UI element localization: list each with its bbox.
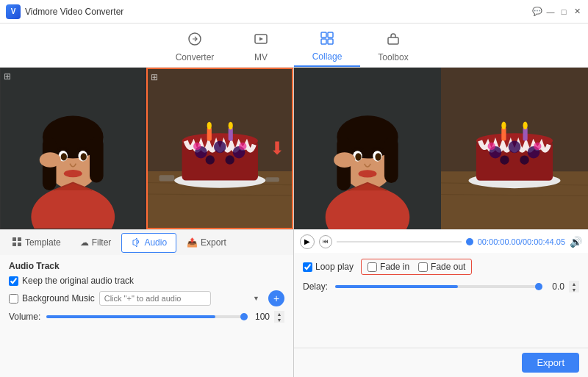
person-video-left [1, 68, 146, 229]
bg-music-row: Background Music + [9, 290, 284, 306]
time-display: 00:00:00.00/00:00:44.05 [478, 237, 565, 246]
collage-icon [320, 31, 334, 49]
tab-template[interactable]: Template [3, 234, 70, 252]
mv-label: MV [254, 52, 268, 62]
preview-cell-right [441, 68, 588, 229]
chat-icon[interactable]: 💬 [532, 7, 542, 17]
arrow-indicator: ⬇ [270, 138, 284, 159]
maximize-icon[interactable]: □ [559, 7, 569, 17]
svg-rect-42 [12, 243, 16, 246]
svg-point-36 [207, 122, 211, 129]
app-title: Vidmore Video Converter [25, 7, 123, 17]
preview-cell-left [294, 68, 441, 229]
svg-point-73 [501, 122, 506, 129]
svg-point-17 [81, 153, 87, 160]
svg-point-68 [520, 155, 529, 165]
right-panel: ▶ ⏮ 00:00:00.00/00:00:44.05 🔊 Loop play [294, 68, 588, 377]
bg-music-checkbox-label[interactable]: Background Music [9, 293, 95, 304]
titlebar-left: V Vidmore Video Converter [6, 4, 123, 19]
toolbar-tabs: Template ☁ Filter Audio 📤 Export [0, 229, 293, 255]
volume-down[interactable]: ▼ [274, 317, 284, 323]
mv-icon [254, 32, 268, 50]
volume-up[interactable]: ▲ [274, 311, 284, 317]
tab-converter[interactable]: Converter [162, 26, 228, 67]
export-button[interactable]: Export [522, 353, 579, 373]
delay-spinner[interactable]: ▲ ▼ [569, 281, 579, 292]
loop-fade-row: Loop play Fade in Fade out [303, 259, 579, 275]
tab-export[interactable]: 📤 Export [178, 234, 235, 251]
preview-cake [441, 68, 588, 229]
svg-point-65 [509, 141, 521, 154]
keep-original-row: Keep the original audio track [9, 276, 284, 286]
collage-area: ⊞ [0, 68, 293, 229]
add-audio-button[interactable]: + [268, 290, 284, 306]
bottom-bar: Export [294, 348, 588, 377]
collage-cell-left[interactable]: ⊞ [0, 68, 146, 229]
progress-bar[interactable] [337, 241, 462, 243]
delay-label: Delay: [303, 281, 331, 292]
volume-thumb[interactable] [240, 313, 248, 320]
fade-in-checkbox[interactable] [368, 262, 377, 272]
svg-rect-43 [18, 243, 21, 246]
audio-label: Audio [144, 237, 167, 248]
svg-point-53 [355, 153, 361, 160]
svg-rect-6 [388, 37, 398, 44]
filter-label: Filter [92, 237, 112, 248]
svg-rect-50 [384, 137, 398, 183]
volume-slider[interactable] [46, 315, 245, 318]
delay-thumb[interactable] [535, 283, 542, 290]
section-title: Audio Track [9, 261, 284, 271]
volume-value: 100 [249, 312, 270, 322]
bg-music-input[interactable] [99, 291, 211, 306]
delay-up[interactable]: ▲ [569, 281, 579, 287]
svg-point-55 [359, 170, 377, 177]
window-controls[interactable]: 💬 — □ ✕ [532, 7, 582, 17]
progress-dot[interactable] [466, 238, 473, 245]
grid-icon-left: ⊞ [4, 71, 11, 82]
bg-music-checkbox[interactable] [9, 294, 18, 304]
template-icon [12, 237, 22, 249]
loop-play-checkbox[interactable] [303, 262, 312, 272]
preview-person [294, 68, 441, 229]
delay-slider[interactable] [335, 285, 539, 288]
prev-button[interactable]: ⏮ [319, 235, 332, 248]
volume-icon[interactable]: 🔊 [570, 236, 582, 248]
svg-point-18 [64, 170, 82, 177]
collage-label: Collage [312, 51, 343, 62]
svg-point-30 [205, 155, 214, 164]
toolbox-icon [386, 32, 401, 50]
tab-filter[interactable]: ☁ Filter [71, 234, 121, 251]
svg-point-69 [488, 143, 495, 150]
export-icon: 📤 [187, 237, 198, 248]
minimize-icon[interactable]: — [545, 7, 556, 17]
fade-out-label: Fade out [431, 262, 465, 272]
svg-rect-41 [18, 237, 21, 241]
keep-original-label[interactable]: Keep the original audio track [9, 276, 134, 286]
app-logo: V [6, 4, 21, 19]
grid-icon-right: ⊞ [151, 72, 158, 82]
filter-icon: ☁ [80, 237, 89, 248]
loop-play-label[interactable]: Loop play [303, 262, 354, 272]
svg-point-16 [61, 153, 67, 160]
svg-point-70 [534, 143, 541, 150]
tab-collage[interactable]: Collage [294, 26, 360, 67]
svg-point-19 [40, 152, 61, 168]
fade-out-checkbox[interactable] [418, 262, 428, 272]
svg-point-56 [334, 152, 355, 168]
tab-mv[interactable]: MV [228, 26, 294, 67]
delay-row: Delay: 0.0 ▲ ▼ [303, 281, 579, 292]
collage-cell-right[interactable]: ⊞ [146, 68, 294, 229]
keep-original-checkbox[interactable] [9, 276, 18, 286]
volume-spinner[interactable]: ▲ ▼ [274, 311, 284, 323]
delay-down[interactable]: ▼ [569, 287, 579, 292]
close-icon[interactable]: ✕ [572, 7, 582, 17]
svg-point-37 [228, 122, 232, 129]
fade-in-label: Fade in [380, 262, 409, 272]
play-button[interactable]: ▶ [300, 234, 315, 249]
audio-icon [131, 237, 141, 249]
tab-toolbox[interactable]: Toolbox [360, 26, 426, 67]
svg-point-31 [225, 155, 234, 164]
tab-audio[interactable]: Audio [121, 233, 176, 253]
svg-point-67 [500, 155, 509, 165]
nav-tabs: Converter MV Collage Toolb [0, 24, 588, 68]
